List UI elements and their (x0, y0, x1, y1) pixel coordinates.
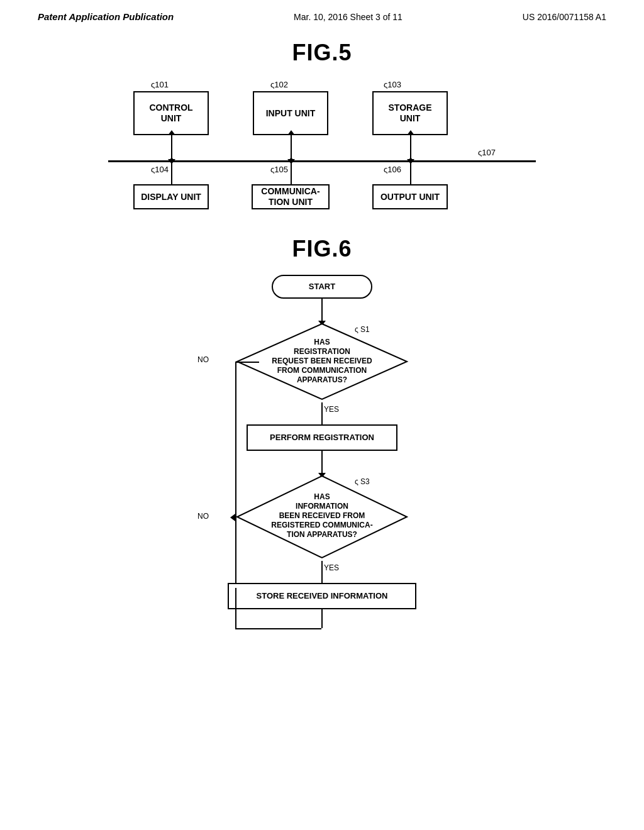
svg-text:REGISTRATION: REGISTRATION (294, 347, 350, 356)
loop-left-v-ext (235, 588, 236, 628)
arrow-bus-comm (291, 162, 292, 184)
fig6-flowchart: START ς S1 HAS REGISTRATION REQUEST BEEN… (165, 275, 479, 702)
start-node: START (272, 275, 372, 299)
storage-unit-box: STORAGEUNIT (372, 91, 448, 135)
loop-down (321, 609, 323, 628)
fig5-title: FIG.5 (292, 40, 352, 66)
arrow-input-bus (291, 135, 292, 159)
svg-text:INFORMATION: INFORMATION (296, 502, 348, 511)
arrow-s3-yes (321, 561, 323, 583)
publication-date: Mar. 10, 2016 Sheet 3 of 11 (294, 12, 402, 22)
svg-text:REGISTERED COMMUNICA-: REGISTERED COMMUNICA- (271, 521, 372, 529)
arrow-start-s1 (321, 299, 323, 321)
svg-text:TION APPARATUS?: TION APPARATUS? (287, 530, 357, 539)
svg-text:REQUEST BEEN RECEIVED: REQUEST BEEN RECEIVED (272, 357, 372, 365)
s1-diamond: HAS REGISTRATION REQUEST BEEN RECEIVED F… (234, 321, 410, 402)
publication-title: Patent Application Publication (38, 11, 174, 22)
loop-bottom-h (235, 628, 321, 629)
svg-text:FROM COMMUNICATION: FROM COMMUNICATION (277, 366, 367, 375)
label-106: ς106 (384, 165, 401, 174)
label-103: ς103 (384, 80, 401, 89)
fig6-title: FIG.6 (292, 236, 352, 262)
arrow-s1-yes (321, 402, 323, 424)
comm-unit-box: COMMUNICA-TION UNIT (252, 184, 330, 209)
arrow-storage-bus (410, 135, 411, 159)
fig6-section: FIG.6 START ς S1 HAS REGISTRATION REQUES… (38, 236, 606, 702)
svg-text:APPARATUS?: APPARATUS? (297, 375, 347, 384)
display-unit-box: DISPLAY UNIT (133, 184, 209, 209)
output-unit-box: OUTPUT UNIT (372, 184, 448, 209)
yes-label-s1: YES (324, 405, 339, 414)
fig5-diagram: ς101 ς102 ς103 CONTROLUNIT INPUT UNIT ST… (108, 79, 536, 211)
control-unit-box: CONTROLUNIT (133, 91, 209, 135)
label-102: ς102 (270, 80, 288, 89)
label-104: ς104 (151, 165, 169, 174)
arrow-control-bus (171, 135, 172, 159)
page-header: Patent Application Publication Mar. 10, … (0, 0, 644, 27)
yes-label-s3: YES (324, 563, 339, 572)
svg-text:BEEN RECEIVED FROM: BEEN RECEIVED FROM (279, 511, 365, 520)
s3-diamond: HAS INFORMATION BEEN RECEIVED FROM REGIS… (234, 473, 410, 561)
svg-text:HAS: HAS (314, 338, 330, 346)
no-line-s1-h (235, 362, 259, 363)
fig5-section: FIG.5 ς101 ς102 ς103 CONTROLUNIT INPUT U… (38, 40, 606, 211)
label-105: ς105 (270, 165, 288, 174)
s4-box: STORE RECEIVED INFORMATION (228, 583, 416, 609)
input-unit-box: INPUT UNIT (253, 91, 328, 135)
arrow-s2-s3 (321, 451, 323, 473)
s2-box: PERFORM REGISTRATION (247, 424, 397, 451)
arrow-bus-output (410, 162, 411, 184)
label-101: ς101 (151, 80, 169, 89)
main-content: FIG.5 ς101 ς102 ς103 CONTROLUNIT INPUT U… (0, 27, 644, 715)
label-107: ς107 (478, 148, 496, 157)
arrow-bus-display (171, 162, 172, 184)
no-label-s1: NO (197, 355, 209, 364)
svg-text:HAS: HAS (314, 492, 330, 501)
no-label-s3: NO (197, 512, 209, 521)
publication-number: US 2016/0071158 A1 (523, 12, 606, 22)
